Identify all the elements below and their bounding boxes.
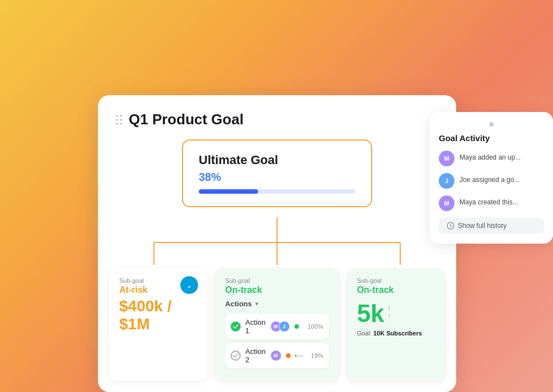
subgoal-card-atrisk: Sub-goal At-risk $400k / $1M SF sf [109, 268, 207, 381]
activity-panel-dot [489, 122, 494, 127]
avatar: M [270, 350, 282, 361]
avatar-stack-2: M [270, 350, 282, 361]
activity-item-3: M Maya created this... [439, 195, 544, 211]
activity-text-1: Maya added an up... [460, 151, 521, 162]
action-pct-1: 100% [308, 323, 324, 330]
avatar: J [279, 321, 290, 332]
chevron-down-icon: ▾ [255, 301, 258, 307]
activity-avatar-2: J [439, 173, 454, 189]
trend-arrows: ↑ ↓ [388, 300, 391, 318]
tree-connectors [98, 217, 456, 273]
show-history-label: Show full history [458, 222, 507, 230]
ultimate-goal-percent: 38% [199, 171, 355, 184]
trend-down-icon: ↓ [388, 311, 391, 318]
salesforce-logo: SF sf [179, 275, 199, 295]
subgoal-card-subscribers: Sub-goal On-track 5k ↑ ↓ Goal: 10K Subsc… [347, 268, 445, 381]
subgoal-label-2: Sub-goal [225, 277, 329, 284]
subgoal-label-3: Sub-goal [357, 277, 435, 284]
activity-text-3: Maya created this... [460, 195, 518, 207]
subgoal-status-3: On-track [357, 285, 435, 295]
action-check-done-icon [231, 321, 241, 332]
activity-avatar-1: M [439, 151, 454, 166]
page-title: Q1 Product Goal [129, 111, 243, 128]
activity-text-2: Joe assigned a go... [460, 173, 519, 185]
avatar-stack-1: M J [270, 321, 290, 332]
ultimate-goal-box: Ultimate Goal 38% [182, 139, 372, 207]
action-pct-2: 19% [308, 352, 324, 359]
action-name-1: Action 1 [245, 318, 265, 335]
progress-bar-fill [199, 189, 258, 194]
trend-up-icon: ↑ [388, 304, 391, 311]
status-dot-green [294, 324, 299, 329]
history-icon [447, 222, 454, 230]
action-progress-fill-2 [295, 354, 297, 357]
subgoals-row: Sub-goal At-risk $400k / $1M SF sf Sub-g… [109, 268, 445, 381]
activity-item-1: M Maya added an up... [439, 151, 544, 166]
activity-title: Goal Activity [439, 133, 544, 143]
card-header: Q1 Product Goal [116, 111, 438, 128]
drag-handle-icon [116, 115, 122, 125]
subgoal-value-1: $400k / $1M [119, 297, 197, 333]
action-row-1: Action 1 M J 100% [225, 314, 329, 339]
goal-value: 10K Subscribers [373, 330, 422, 337]
action-check-part-icon [231, 351, 241, 361]
progress-bar-bg [199, 189, 355, 194]
status-dot-orange [286, 353, 290, 358]
action-name-2: Action 2 [245, 347, 265, 364]
subgoal-goal-text: Goal: 10K Subscribers [357, 330, 435, 337]
subscribers-number: 5k [357, 300, 385, 328]
subgoal-card-ontrack: Sub-goal On-track Actions ▾ Action 1 M J [215, 268, 339, 381]
svg-text:sf: sf [188, 285, 191, 288]
ultimate-goal-label: Ultimate Goal [199, 153, 355, 167]
activity-item-2: J Joe assigned a go... [439, 173, 544, 189]
actions-label: Actions [225, 300, 252, 308]
actions-header[interactable]: Actions ▾ [225, 300, 329, 308]
activity-avatar-3: M [439, 195, 454, 211]
action-progress-bg-2 [295, 354, 303, 357]
subgoal-status-2: On-track [225, 285, 329, 295]
main-card: Q1 Product Goal Ultimate Goal 38% Sub-go… [98, 95, 456, 392]
subscribers-value: 5k ↑ ↓ [357, 300, 435, 328]
show-history-button[interactable]: Show full history [439, 218, 544, 234]
activity-panel: Goal Activity M Maya added an up... J Jo… [430, 112, 553, 244]
action-row-2: Action 2 M 19% [225, 343, 329, 368]
